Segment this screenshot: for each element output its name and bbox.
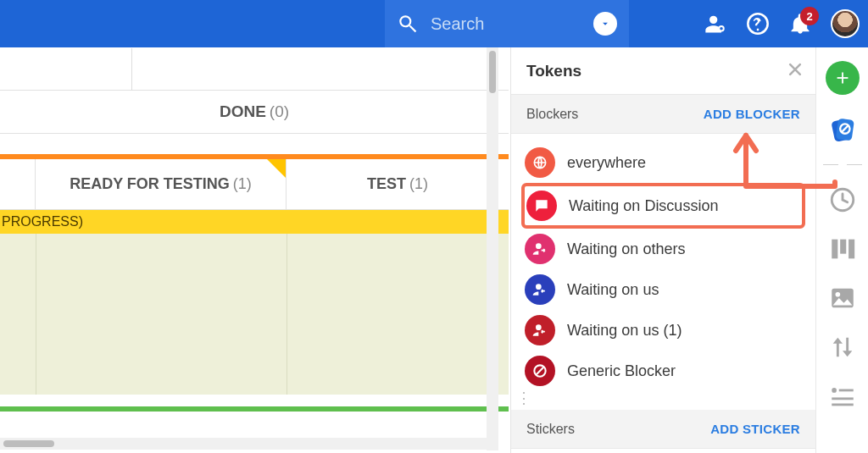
svg-rect-17 — [838, 389, 853, 392]
add-sticker-button[interactable]: ADD STICKER — [710, 422, 800, 436]
blocker-label: Waiting on us (1) — [567, 322, 682, 340]
blocker-item-waiting-on-us-1[interactable]: Waiting on us (1) — [521, 310, 805, 351]
user-settings-icon[interactable] — [704, 12, 727, 36]
svg-point-3 — [536, 243, 542, 249]
column-count: (1) — [233, 175, 252, 193]
lanes-row: READY FOR TESTING (1) TEST (1) — [0, 159, 509, 210]
sidebar-add-button[interactable] — [826, 61, 860, 95]
top-bar: Search 2 — [0, 0, 868, 47]
sidebar-image-button[interactable] — [828, 284, 857, 312]
svg-rect-12 — [840, 240, 846, 254]
svg-point-16 — [832, 388, 837, 393]
notification-badge: 2 — [800, 7, 819, 25]
close-button[interactable] — [787, 61, 804, 78]
svg-point-5 — [536, 324, 542, 330]
column-count: (0) — [270, 102, 289, 121]
search-box[interactable]: Search — [385, 0, 629, 47]
blocker-label: Waiting on us — [567, 281, 659, 299]
section-stickers-header: Stickers ADD STICKER — [511, 410, 815, 449]
svg-rect-11 — [832, 240, 837, 259]
cards-area[interactable] — [0, 234, 509, 395]
plus-icon — [833, 69, 852, 87]
svg-point-15 — [835, 292, 840, 297]
blocker-label: Waiting on Discussion — [569, 197, 718, 215]
sidebar-separator — [828, 164, 857, 165]
top-right-icons: 2 — [704, 0, 860, 47]
tokens-panel: Tokens Blockers ADD BLOCKER everywhere W… — [510, 47, 815, 453]
chevron-down-icon — [599, 18, 611, 30]
panel-header: Tokens — [511, 47, 815, 95]
vertical-scrollbar[interactable] — [487, 47, 498, 450]
sidebar-list-button[interactable] — [828, 382, 857, 411]
blockers-list: everywhere Waiting on Discussion Waiting… — [511, 134, 815, 395]
column-done[interactable]: DONE (0) — [0, 90, 509, 134]
column-test[interactable]: TEST (1) — [287, 159, 509, 209]
list-icon — [828, 382, 857, 411]
blocker-item-generic[interactable]: Generic Blocker — [521, 351, 805, 391]
svg-rect-19 — [832, 404, 854, 406]
image-icon — [828, 284, 857, 312]
sidebar-tokens-button[interactable] — [828, 115, 857, 144]
swimlane-label: PROGRESS) — [2, 214, 83, 229]
up-down-icon — [828, 333, 857, 362]
blocker-item-waiting-on-others[interactable]: Waiting on others — [521, 229, 805, 269]
lane-spacer — [0, 159, 36, 209]
more-indicator-icon: ⋮ — [511, 395, 815, 410]
chat-icon — [526, 191, 557, 221]
columns-icon — [828, 235, 857, 263]
search-expand-button[interactable] — [593, 12, 617, 36]
search-icon — [397, 13, 419, 35]
column-label: TEST — [367, 175, 406, 193]
add-blocker-button[interactable]: ADD BLOCKER — [704, 107, 800, 121]
column-ready-for-testing[interactable]: READY FOR TESTING (1) — [36, 159, 287, 209]
kanban-board: DONE (0) READY FOR TESTING (1) TEST (1) … — [0, 47, 509, 453]
blocker-label: everywhere — [567, 154, 646, 172]
column-label: READY FOR TESTING — [70, 175, 230, 193]
right-sidebar — [815, 47, 868, 453]
horizontal-scrollbar[interactable] — [0, 438, 487, 450]
blocker-item-waiting-on-discussion[interactable]: Waiting on Discussion — [521, 183, 805, 229]
sidebar-recent-button[interactable] — [828, 185, 857, 214]
blocker-label: Generic Blocker — [567, 362, 676, 380]
person-in-icon — [525, 315, 555, 345]
column-label: DONE — [220, 102, 266, 121]
person-out-icon — [525, 234, 555, 264]
notifications-icon[interactable]: 2 — [788, 12, 812, 36]
search-placeholder: Search — [431, 14, 593, 34]
close-icon — [787, 61, 804, 78]
column-count: (1) — [409, 175, 428, 193]
person-in-icon — [525, 274, 555, 305]
section-label: Blockers — [526, 107, 578, 122]
svg-point-4 — [536, 284, 542, 290]
svg-rect-18 — [832, 397, 854, 400]
blocker-item-waiting-on-us[interactable]: Waiting on us — [521, 269, 805, 310]
help-icon[interactable] — [746, 12, 770, 36]
clock-icon — [828, 185, 857, 214]
globe-icon — [525, 147, 555, 178]
block-icon — [525, 356, 555, 386]
section-label: Stickers — [526, 422, 575, 437]
tokens-icon — [828, 115, 857, 144]
sidebar-sort-button[interactable] — [828, 333, 857, 362]
swimlane-divider-green — [0, 406, 509, 412]
swimlane-header[interactable]: PROGRESS) — [0, 210, 509, 234]
corner-indicator-icon — [267, 159, 286, 178]
avatar[interactable] — [831, 9, 860, 38]
blocker-item-everywhere[interactable]: everywhere — [521, 142, 805, 183]
svg-rect-13 — [849, 240, 854, 259]
sidebar-board-button[interactable] — [828, 235, 857, 263]
panel-title: Tokens — [526, 62, 581, 80]
section-blockers-header: Blockers ADD BLOCKER — [511, 95, 815, 134]
blocker-label: Waiting on others — [567, 240, 685, 258]
